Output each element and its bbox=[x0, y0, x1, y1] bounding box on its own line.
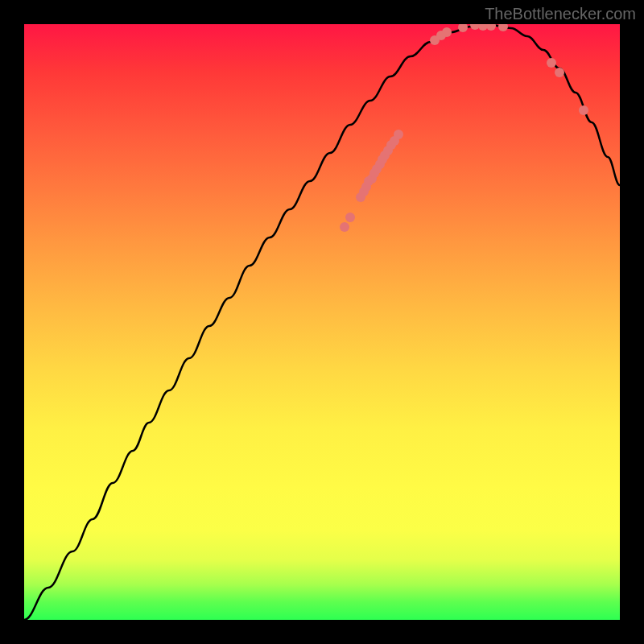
data-point bbox=[547, 58, 556, 68]
data-point bbox=[555, 68, 564, 77]
chart-container bbox=[24, 24, 620, 620]
data-point bbox=[442, 27, 452, 37]
chart-svg bbox=[24, 24, 620, 620]
bottleneck-curve bbox=[24, 25, 620, 620]
data-point bbox=[340, 222, 349, 232]
data-point bbox=[394, 130, 403, 139]
data-point bbox=[498, 24, 508, 31]
data-point bbox=[579, 105, 588, 115]
watermark-text: TheBottlenecker.com bbox=[485, 5, 636, 23]
data-point bbox=[345, 213, 355, 222]
scatter-points-group bbox=[340, 24, 588, 232]
data-point bbox=[486, 24, 496, 31]
